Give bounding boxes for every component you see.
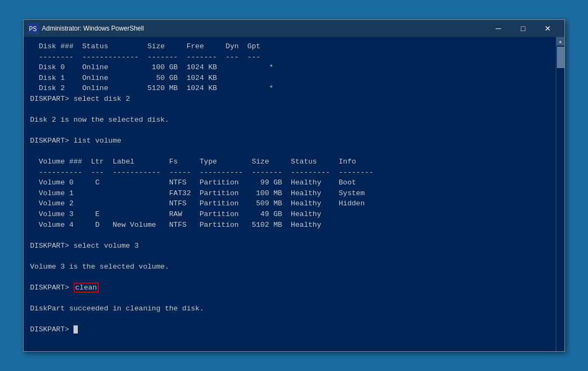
close-button[interactable]: ✕ (535, 20, 560, 37)
clean-command-highlight: clean (74, 283, 99, 293)
console-output[interactable]: Disk ### Status Size Free Dyn Gpt ------… (24, 37, 556, 351)
minimize-button[interactable]: ─ (486, 20, 511, 37)
scroll-thumb[interactable] (557, 47, 564, 68)
select-disk-cmd: DISKPART> select disk 2 Disk 2 is now th… (30, 94, 549, 335)
scroll-up-button[interactable]: ▲ (556, 37, 565, 46)
titlebar: PS Administrator: Windows PowerShell ─ □… (24, 20, 564, 37)
maximize-button[interactable]: □ (511, 20, 535, 37)
powershell-icon: PS (28, 23, 39, 34)
powershell-window: PS Administrator: Windows PowerShell ─ □… (23, 19, 565, 352)
disk-list-output: Disk ### Status Size Free Dyn Gpt ------… (30, 41, 549, 94)
window-controls: ─ □ ✕ (486, 20, 560, 37)
console-area: Disk ### Status Size Free Dyn Gpt ------… (24, 37, 564, 351)
window-title: Administrator: Windows PowerShell (42, 25, 486, 32)
cursor (74, 325, 78, 333)
scrollbar[interactable]: ▲ (556, 37, 564, 351)
svg-text:PS: PS (29, 26, 36, 33)
